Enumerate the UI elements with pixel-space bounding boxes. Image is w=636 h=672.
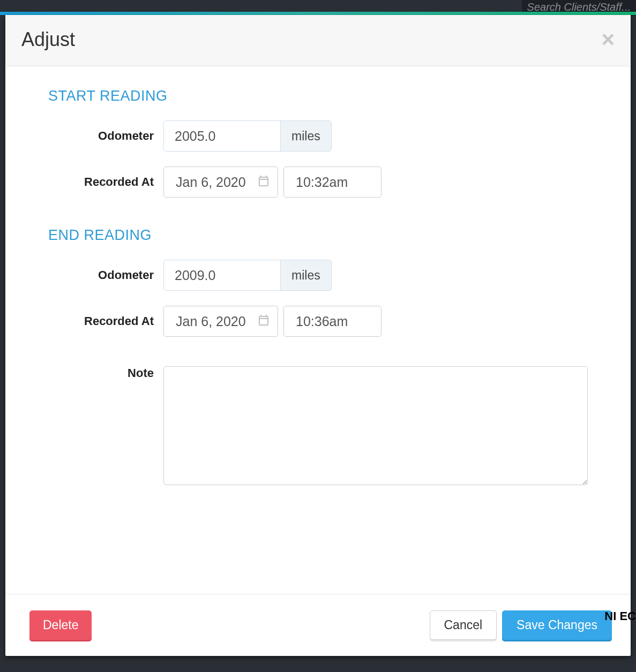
end-reading-heading: END READING	[48, 227, 588, 244]
start-recorded-row: Recorded At	[48, 167, 588, 198]
delete-button[interactable]: Delete	[29, 610, 92, 640]
start-time-input[interactable]	[283, 167, 381, 198]
end-odometer-label: Odometer	[48, 268, 163, 282]
start-odometer-unit: miles	[280, 120, 332, 152]
end-date-input[interactable]	[163, 306, 278, 337]
cancel-button[interactable]: Cancel	[430, 610, 497, 640]
note-row: Note	[48, 366, 588, 485]
end-recorded-label: Recorded At	[48, 314, 163, 328]
start-odometer-input[interactable]	[163, 120, 280, 152]
start-reading-heading: START READING	[48, 88, 588, 104]
note-label: Note	[48, 366, 163, 380]
end-odometer-unit: miles	[280, 260, 332, 291]
adjust-modal: Adjust × START READING Odometer miles Re…	[5, 15, 631, 656]
end-odometer-row: Odometer miles	[48, 260, 588, 291]
end-odometer-group: miles	[163, 260, 332, 291]
end-recorded-row: Recorded At	[48, 306, 588, 337]
background-text: NI EC	[604, 609, 636, 623]
start-date-input[interactable]	[163, 167, 278, 198]
end-odometer-input[interactable]	[163, 260, 280, 291]
modal-body: START READING Odometer miles Recorded At	[5, 66, 631, 594]
start-odometer-group: miles	[163, 120, 332, 152]
close-icon[interactable]: ×	[601, 28, 615, 51]
start-recorded-label: Recorded At	[48, 175, 163, 189]
modal-title: Adjust	[21, 28, 75, 51]
modal-footer: Delete Cancel Save Changes	[5, 594, 631, 656]
start-odometer-row: Odometer miles	[48, 120, 588, 152]
end-time-input[interactable]	[283, 306, 381, 337]
modal-header: Adjust ×	[5, 15, 631, 66]
note-textarea[interactable]	[163, 366, 588, 485]
save-changes-button[interactable]: Save Changes	[502, 610, 612, 640]
start-odometer-label: Odometer	[48, 129, 163, 143]
